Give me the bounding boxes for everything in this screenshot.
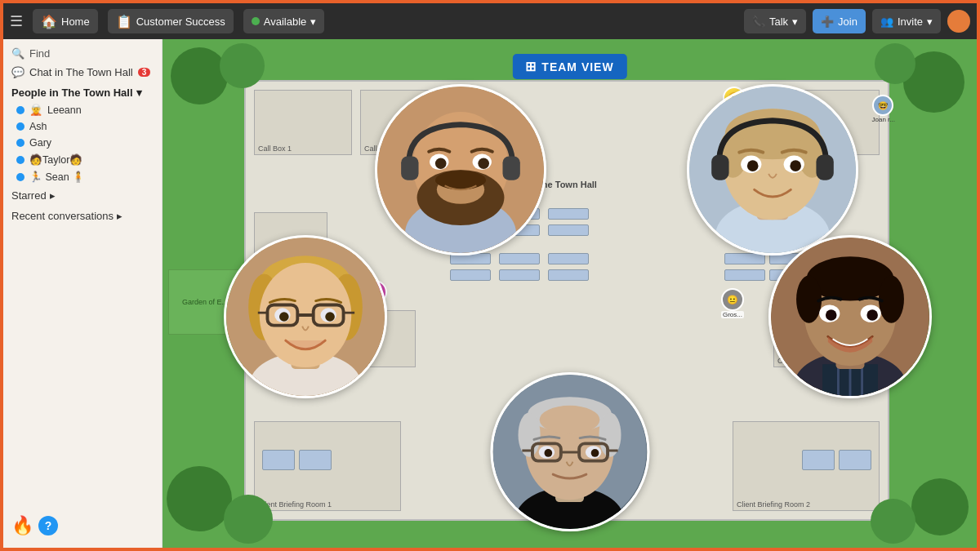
person-name: 🏃 Sean 🧍 [29,171,85,183]
tree [224,495,273,544]
status-indicator [16,106,24,114]
tree [911,478,969,535]
join-button[interactable]: ➕ Join [813,9,866,33]
person-taylor[interactable]: 🧑Taylor🧑 [3,151,162,168]
chat-icon: 💬 [11,66,24,78]
video-person-1[interactable] [375,84,546,256]
chat-label: Chat in The Town Hall [29,66,133,78]
video-person-5[interactable] [490,372,649,531]
status-indicator [16,139,24,147]
tree [167,466,232,531]
team-view-badge[interactable]: ⊞ TEAM VIEW [512,54,626,79]
starred-section[interactable]: Starred ▸ [3,185,162,206]
svg-point-73 [590,449,599,457]
customer-success-label: Customer Success [136,16,225,28]
app-wrapper: ☰ 🏠 Home 📋 Customer Success Available ▾ … [3,3,977,551]
invite-button[interactable]: 👥 Invite ▾ [872,9,941,33]
talk-label: Talk [769,16,788,28]
invite-label: Invite [898,16,923,28]
svg-point-52 [879,276,904,323]
search-icon: 🔍 [11,47,24,60]
desk [299,450,332,470]
svg-point-9 [435,158,447,169]
starred-label: Starred [11,189,47,202]
person-ash[interactable]: Ash [3,118,162,135]
desk [499,269,540,281]
person2-avatar [689,87,856,253]
chat-button[interactable]: 💬 Chat in The Town Hall 3 [3,63,162,82]
home-button[interactable]: 🏠 Home [33,9,98,33]
find-button[interactable]: 🔍 Find [3,44,162,63]
svg-point-22 [747,160,759,171]
desk [548,253,589,264]
people-section-title: People in The Town Hall [11,87,133,99]
join-icon: ➕ [821,16,834,28]
people-section-header[interactable]: People in The Town Hall ▾ [3,82,162,101]
find-label: Find [29,47,50,60]
map-area: Call Box 1 Call Bo... Call Box 4 The Tow… [163,39,977,548]
svg-rect-11 [401,156,418,180]
person4-avatar [771,238,929,396]
join-label: Join [838,16,858,28]
invite-chevron: ▾ [927,16,933,28]
desk [450,269,491,281]
top-navigation: ☰ 🏠 Home 📋 Customer Success Available ▾ … [3,3,977,39]
avatar[interactable] [947,10,970,33]
person-sean[interactable]: 🏃 Sean 🧍 [3,168,162,185]
tree [220,43,265,88]
recent-chevron: ▸ [117,210,122,222]
bottom-bar [3,548,977,551]
chat-badge: 3 [138,68,151,77]
talk-button[interactable]: 📞 Talk ▾ [744,9,806,33]
recent-conversations[interactable]: Recent conversations ▸ [3,206,162,226]
svg-point-41 [325,312,335,322]
person1-avatar [377,87,544,253]
team-view-label: TEAM VIEW [541,60,613,73]
svg-point-6 [435,171,486,189]
svg-rect-12 [502,156,519,180]
talk-icon: 📞 [752,16,765,28]
team-view-icon: ⊞ [525,59,537,74]
desk [262,450,295,470]
person-name: Ash [29,121,47,132]
tree [171,47,228,104]
person-leeann[interactable]: 🧝 Leeann [3,101,162,118]
available-status[interactable]: Available ▾ [243,9,325,33]
person-name: Leeann [47,104,82,116]
person-name: 🧑Taylor🧑 [29,153,82,166]
svg-point-23 [790,160,801,171]
svg-rect-24 [711,155,728,180]
person3-avatar [226,238,385,396]
status-indicator [16,122,24,131]
video-person-3[interactable] [224,235,387,398]
video-person-2[interactable] [687,84,858,256]
map-avatar-grill: 😐 Gros... [721,288,744,318]
town-hall-label: The Town Hall [537,180,597,189]
help-button[interactable]: ? [38,516,58,535]
svg-point-55 [826,309,837,321]
available-label: Available [264,16,307,28]
svg-point-51 [796,276,822,323]
video-person-4[interactable] [768,235,932,398]
person-gary[interactable]: Gary [3,135,162,151]
status-indicator [16,173,24,181]
map-avatar-top-right: 🤓 Joan r... [872,95,895,123]
home-icon: 🏠 [41,14,57,29]
desk [724,269,765,281]
sidebar-bottom: 🔥 ? [3,509,162,543]
fire-icon: 🔥 [11,515,33,536]
customer-success-icon: 📋 [116,14,132,29]
sidebar: 🔍 Find 💬 Chat in The Town Hall 3 People … [3,39,163,548]
talk-chevron: ▾ [792,16,798,28]
person-name: Gary [29,137,51,149]
people-chevron: ▾ [136,87,142,99]
menu-icon[interactable]: ☰ [10,12,23,30]
home-label: Home [61,16,90,28]
call-box-1: Call Box 1 [254,90,352,155]
tree [871,499,915,544]
main-layout: 🔍 Find 💬 Chat in The Town Hall 3 People … [3,39,977,548]
person-emoji: 🧝 [29,104,42,116]
person5-avatar [492,375,647,529]
nav-right-group: 📞 Talk ▾ ➕ Join 👥 Invite ▾ [744,9,970,33]
customer-success-button[interactable]: 📋 Customer Success [108,9,234,33]
